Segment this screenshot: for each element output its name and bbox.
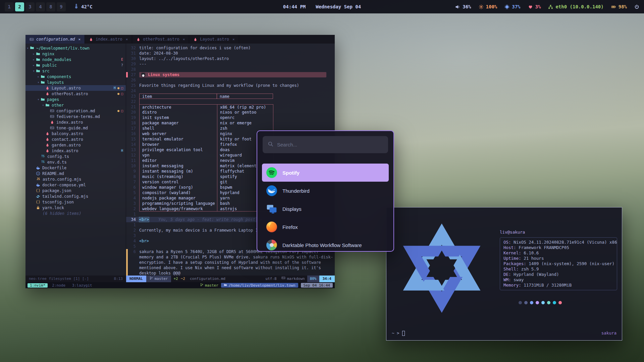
- tree-item-astro.config.mjs[interactable]: JSastro.config.mjs: [25, 176, 126, 182]
- editor-tab-index.astro[interactable]: index.astro×: [85, 35, 132, 44]
- color-dot: [530, 301, 533, 304]
- astro-icon: [45, 137, 50, 141]
- tab-label: Layout.astro: [200, 37, 229, 42]
- tree-item-docker-compose.yml[interactable]: docker-compose.yml: [25, 182, 126, 188]
- line-number: 30: [128, 56, 139, 61]
- power-module[interactable]: [634, 4, 639, 9]
- tmux-git-branch: master: [200, 283, 218, 288]
- brightness-module[interactable]: 100%: [479, 4, 497, 9]
- tab-close-icon[interactable]: ×: [183, 37, 185, 42]
- tab-close-icon[interactable]: ×: [126, 37, 128, 42]
- tree-item-balcony.astro[interactable]: balcony.astro: [25, 131, 126, 136]
- line-number: 31: [128, 51, 139, 56]
- status-modules: 36%100%37%3%eth0 (10.0.0.140)98%: [455, 4, 639, 9]
- workspace-button-8[interactable]: 8: [46, 2, 55, 11]
- chevron-down-icon: ▾: [36, 98, 41, 101]
- network-module[interactable]: eth0 (10.0.0.140): [548, 4, 603, 9]
- tmux-window-1:nvim*[interactable]: 1:nvim*: [28, 283, 48, 288]
- markdown-heading: Linux systems: [139, 72, 326, 77]
- workspace-button-9[interactable]: 9: [57, 2, 66, 11]
- line-number: 7: [128, 179, 139, 185]
- tree-item-label: layouts: [47, 80, 64, 85]
- badge: □: [121, 92, 123, 96]
- tree-item-configuration.md[interactable]: configuration.md●□: [25, 108, 126, 114]
- tree-item-garden.astro[interactable]: garden.astro: [25, 142, 126, 148]
- launcher-item-Firefox[interactable]: Firefox: [262, 218, 389, 236]
- table-cell: x86_64 (rip m2 pro): [217, 104, 273, 110]
- tab-close-icon[interactable]: ×: [78, 37, 81, 42]
- launcher-item-Thunderbird[interactable]: Thunderbird: [262, 182, 389, 200]
- battery-module[interactable]: 98%: [611, 4, 627, 9]
- tree-item-otherPost.astro[interactable]: otherPost.astro●□: [25, 91, 126, 97]
- tree-item-other[interactable]: ▾other: [25, 102, 126, 108]
- tree-item-label: README.md: [42, 171, 64, 176]
- shell-prompt[interactable]: ~ >: [392, 330, 405, 336]
- tree-item-src[interactable]: ▾src: [25, 68, 126, 74]
- tree-item-public[interactable]: ▸public?: [25, 62, 126, 68]
- editor-line: 31date: 2024-08-30: [126, 51, 335, 56]
- temperature-value: 42°C: [81, 4, 93, 9]
- fetch-user-host: liv@sakura: [500, 230, 617, 235]
- tab-close-icon[interactable]: ×: [232, 37, 235, 42]
- tree-item-package.json[interactable]: package.json: [25, 188, 126, 193]
- workspace-button-2[interactable]: 2: [15, 2, 24, 11]
- tmux-window-3:lazygit[interactable]: 3:lazygit: [70, 283, 95, 288]
- tree-item-node_modules[interactable]: ▸node_modulesE: [25, 57, 126, 62]
- tree-item-index.astro[interactable]: index.astro: [25, 119, 126, 125]
- folder-icon: [45, 103, 50, 107]
- tree-root[interactable]: ▾ ~/Development/liv.town: [25, 45, 126, 51]
- clock-module[interactable]: 04:44 PM Wednesday Sep 04: [283, 0, 361, 13]
- power-icon: [634, 4, 639, 9]
- editor-line: 23itemname: [126, 94, 335, 99]
- folder-icon: [41, 97, 45, 102]
- tmux-window-2:node[interactable]: 2:node: [50, 283, 68, 288]
- tree-item-README.md[interactable]: README.md: [25, 171, 126, 176]
- tree-item-yarn.lock[interactable]: yarn.lock: [25, 205, 126, 210]
- markdown-icon: [281, 276, 285, 280]
- tree-item-tsconfig.json[interactable]: tsconfig.json: [25, 199, 126, 205]
- launcher-item-Spotify[interactable]: Spotify: [262, 164, 389, 182]
- editor-line: 20distronixos or gentoo: [126, 110, 335, 115]
- cpu-module[interactable]: 3%: [528, 4, 541, 9]
- editor-tab-Layout.astro[interactable]: Layout.astro×: [189, 35, 239, 44]
- launcher-search[interactable]: [263, 136, 388, 153]
- tree-item-layouts[interactable]: ▾layouts: [25, 79, 126, 85]
- tree-item-(6 hidden items)[interactable]: (6 hidden items): [25, 210, 126, 216]
- tree-item-Layout.astro[interactable]: Layout.astroH●□: [25, 85, 126, 91]
- launcher-item-Displays[interactable]: Displays: [262, 200, 389, 218]
- git-blame-text: You, 5 days ago - feat: write rough post…: [158, 217, 263, 222]
- tree-item-pages[interactable]: ▾pages: [25, 97, 126, 102]
- fetch-value: Framework FRANMDCP05: [516, 245, 569, 250]
- tree-item-tailwind.config.mjs[interactable]: tailwind.config.mjs: [25, 193, 126, 199]
- terminal-window[interactable]: liv@sakura OS: NixOS 24.11.20240828.71e9…: [386, 207, 622, 341]
- gear-icon: [479, 4, 484, 9]
- tree-item-contact.astro[interactable]: contact.astro: [25, 136, 126, 142]
- tree-item-config.ts[interactable]: TSconfig.ts: [25, 154, 126, 159]
- chevron-down-icon: ▾: [25, 46, 30, 50]
- workspace-button-1[interactable]: 1: [5, 2, 14, 11]
- line-number: 24: [128, 88, 139, 94]
- workspace-button-4[interactable]: 4: [36, 2, 45, 11]
- tree-item-Dockerfile[interactable]: Dockerfile: [25, 165, 126, 171]
- tree-item-components[interactable]: ▸components: [25, 74, 126, 79]
- temperature-module[interactable]: 42°C: [74, 4, 93, 10]
- tree-item-env.d.ts[interactable]: TSenv.d.ts: [25, 159, 126, 165]
- volume-module[interactable]: 36%: [455, 4, 471, 9]
- memory-module[interactable]: 37%: [504, 4, 520, 9]
- tree-item-tone-guide.md[interactable]: tone-guide.md: [25, 125, 126, 131]
- tree-item-index.astro[interactable]: index.astroH: [25, 148, 126, 154]
- table-cell: vpn: [139, 153, 217, 158]
- color-dot: [553, 301, 556, 304]
- launcher-item-label: Spotify: [282, 170, 300, 176]
- editor-tab-otherPost.astro[interactable]: otherPost.astro×: [132, 35, 189, 44]
- workspace-button-3[interactable]: 3: [25, 2, 35, 11]
- neotree-panel[interactable]: ▾ ~/Development/liv.town ▸nginx▸node_mod…: [25, 44, 126, 276]
- tree-item-nginx[interactable]: ▸nginx: [25, 51, 126, 57]
- search-input[interactable]: [277, 142, 383, 147]
- launcher-item-Darktable Photo Workflow Software[interactable]: Darktable Photo Workflow Software: [262, 236, 389, 251]
- git-status-badges: ●□: [117, 109, 123, 113]
- table-cell: version control: [139, 179, 217, 185]
- line-number: 4: [128, 238, 139, 244]
- editor-tab-configuration.md[interactable]: configuration.md×: [25, 35, 85, 44]
- tree-item-fediverse-terms.md[interactable]: fediverse-terms.md: [25, 114, 126, 119]
